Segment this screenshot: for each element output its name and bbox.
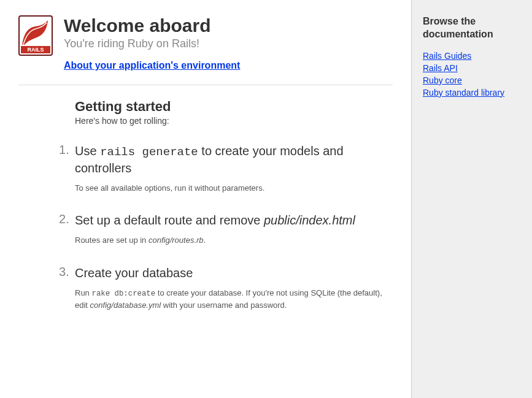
- step-item: Create your database Run rake db:create …: [75, 265, 393, 312]
- svg-text:RAILS: RAILS: [28, 47, 44, 53]
- sidebar-item: Ruby standard library: [423, 88, 521, 98]
- page-subtitle: You're riding Ruby on Rails!: [64, 37, 240, 50]
- step-desc: To see all available options, run it wit…: [75, 182, 393, 194]
- step-title: Use rails generate to create your models…: [75, 143, 393, 176]
- getting-started-heading: Getting started: [75, 99, 393, 115]
- code-snippet: rake db:create: [91, 289, 155, 298]
- getting-started-sub: Here's how to get rolling:: [75, 116, 393, 126]
- step-desc: Run rake db:create to create your databa…: [75, 287, 393, 312]
- sidebar-item: Rails API: [423, 63, 521, 73]
- file-path: config/database.yml: [90, 300, 161, 310]
- main-content: RAILS Welcome aboard You're riding Ruby …: [0, 0, 411, 398]
- step-item: Set up a default route and remove public…: [75, 212, 393, 247]
- step-title: Create your database: [75, 265, 393, 281]
- sidebar-item: Rails Guides: [423, 51, 521, 61]
- file-path: public/index.html: [264, 213, 355, 227]
- step-desc: Routes are set up in config/routes.rb.: [75, 234, 393, 247]
- sidebar: Browse the documentation Rails Guides Ra…: [411, 0, 532, 398]
- sidebar-link-ruby-stdlib[interactable]: Ruby standard library: [423, 88, 504, 98]
- sidebar-links: Rails Guides Rails API Ruby core Ruby st…: [423, 51, 521, 98]
- sidebar-link-guides[interactable]: Rails Guides: [423, 51, 471, 61]
- header-text: Welcome aboard You're riding Ruby on Rai…: [64, 15, 240, 71]
- environment-link[interactable]: About your application's environment: [64, 60, 240, 71]
- step-item: Use rails generate to create your models…: [75, 143, 393, 194]
- step-title: Set up a default route and remove public…: [75, 212, 393, 228]
- file-path: config/routes.rb: [148, 235, 204, 245]
- sidebar-link-ruby-core[interactable]: Ruby core: [423, 75, 462, 85]
- code-snippet: rails generate: [100, 145, 198, 159]
- rails-logo-icon: RAILS: [18, 15, 53, 56]
- getting-started-section: Getting started Here's how to get rollin…: [18, 99, 393, 312]
- page-title: Welcome aboard: [64, 15, 240, 36]
- steps-list: Use rails generate to create your models…: [75, 143, 393, 312]
- sidebar-item: Ruby core: [423, 75, 521, 85]
- sidebar-heading: Browse the documentation: [423, 15, 521, 41]
- header: RAILS Welcome aboard You're riding Ruby …: [18, 15, 393, 85]
- sidebar-link-api[interactable]: Rails API: [423, 63, 458, 73]
